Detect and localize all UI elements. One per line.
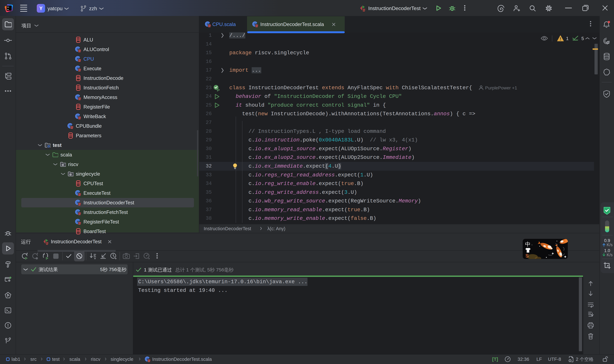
svg-text:IJ: IJ [7, 6, 9, 8]
